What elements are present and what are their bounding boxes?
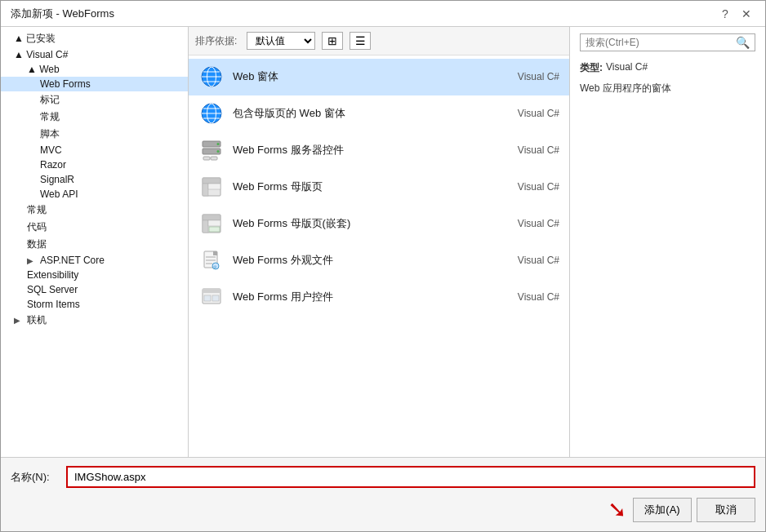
sidebar-item-changgui2[interactable]: 常规 [1, 202, 188, 219]
item-category: Visual C# [518, 181, 559, 193]
svg-rect-26 [213, 251, 217, 255]
type-value: Visual C# [606, 61, 648, 75]
lianwang-arrow: ▶ [14, 316, 27, 325]
masterpage-icon [198, 174, 225, 200]
user-control-icon [198, 284, 225, 310]
type-label: 类型: [580, 61, 603, 75]
svg-rect-23 [208, 220, 220, 226]
add-new-item-dialog: 添加新项 - WebForms ? ✕ ▲ 已安装 ▲ Visual C# ▲ … [0, 0, 766, 532]
sidebar-item-mvc[interactable]: MVC [1, 143, 188, 157]
item-name: Web Forms 母版页(嵌套) [233, 216, 511, 231]
svg-rect-15 [211, 157, 217, 160]
type-row: 类型: Visual C# [580, 61, 755, 75]
web-window-masterpage-icon [198, 100, 225, 126]
svg-rect-22 [203, 220, 208, 233]
sidebar-item-razor[interactable]: Razor [1, 157, 188, 172]
item-name: Web Forms 服务器控件 [233, 143, 511, 157]
sidebar-item-jiaob[interactable]: 脚本 [1, 126, 188, 143]
title-bar: 添加新项 - WebForms ? ✕ [1, 1, 765, 27]
biaoji-label: 标记 [40, 93, 60, 107]
dialog-body: ▲ 已安装 ▲ Visual C# ▲ Web Web Forms 标记 常规 … [1, 27, 765, 457]
svg-rect-17 [203, 178, 220, 184]
web-forms-label: Web Forms [40, 78, 91, 90]
item-name: Web Forms 母版页 [233, 180, 511, 194]
sort-select[interactable]: 默认值 名称 类型 [247, 32, 315, 50]
item-row[interactable]: ⚙ Web Forms 外观文件 Visual C# [189, 242, 569, 279]
item-row[interactable]: Web 窗体 Visual C# [189, 59, 569, 95]
razor-label: Razor [40, 159, 66, 171]
item-row[interactable]: Web Forms 母版页 Visual C# [189, 169, 569, 206]
sidebar-item-aspnetcore[interactable]: ▶ ASP.NET Core [1, 253, 188, 268]
name-row: 名称(N): [11, 466, 755, 488]
dialog-title: 添加新项 - WebForms [11, 7, 114, 21]
content-area: 排序依据: 默认值 名称 类型 ⊞ ☰ [189, 27, 569, 457]
item-name: Web Forms 用户控件 [233, 290, 511, 304]
changgui-label: 常规 [40, 110, 60, 124]
toolbar: 排序依据: 默认值 名称 类型 ⊞ ☰ [189, 27, 569, 55]
sidebar-item-web-forms[interactable]: Web Forms [1, 77, 188, 91]
web-window-icon [198, 64, 225, 90]
sidebar-item-shuju[interactable]: 数据 [1, 236, 188, 253]
item-category: Visual C# [518, 71, 559, 82]
svg-rect-19 [208, 184, 220, 189]
sidebar-item-changgui[interactable]: 常规 [1, 109, 188, 126]
item-name: Web 窗体 [233, 69, 511, 84]
item-row[interactable]: Web Forms 母版页(嵌套) Visual C# [189, 206, 569, 242]
jiaob-label: 脚本 [40, 127, 60, 141]
add-button[interactable]: 添加(A) [633, 498, 692, 522]
search-box: 🔍 [580, 33, 755, 51]
item-category: Visual C# [518, 108, 559, 119]
web-node[interactable]: ▲ Web [1, 62, 188, 77]
close-button[interactable]: ✕ [737, 6, 755, 22]
action-row: ➘ 添加(A) 取消 [11, 496, 755, 523]
masterpage-nested-icon [198, 211, 225, 237]
item-row[interactable]: Web Forms 服务器控件 Visual C# [189, 132, 569, 169]
list-view-button[interactable]: ☰ [350, 32, 371, 50]
visual-csharp-label: ▲ Visual C# [14, 49, 68, 60]
info-panel: 🔍 类型: Visual C# Web 应用程序的窗体 [569, 27, 765, 457]
title-bar-buttons: ? ✕ [716, 6, 755, 22]
sidebar-item-signalr[interactable]: SignalR [1, 172, 188, 187]
mvc-label: MVC [40, 144, 62, 156]
item-category: Visual C# [518, 291, 559, 303]
installed-node[interactable]: ▲ 已安装 [1, 30, 188, 47]
sidebar-item-daima[interactable]: 代码 [1, 219, 188, 236]
svg-point-12 [217, 143, 220, 145]
search-input[interactable] [586, 37, 736, 48]
sidebar-item-storm-items[interactable]: Storm Items [1, 297, 188, 312]
sidebar-item-webapi[interactable]: Web API [1, 187, 188, 202]
skin-file-icon: ⚙ [198, 247, 225, 273]
sidebar-item-biaoji[interactable]: 标记 [1, 91, 188, 109]
web-label: ▲ Web [27, 64, 60, 75]
item-row[interactable]: 包含母版页的 Web 窗体 Visual C# [189, 95, 569, 132]
svg-rect-35 [212, 295, 219, 301]
svg-rect-33 [203, 289, 220, 293]
svg-rect-24 [209, 227, 220, 232]
sidebar: ▲ 已安装 ▲ Visual C# ▲ Web Web Forms 标记 常规 … [1, 27, 189, 457]
svg-rect-34 [204, 295, 211, 301]
cancel-button[interactable]: 取消 [697, 498, 755, 522]
item-row[interactable]: Web Forms 用户控件 Visual C# [189, 279, 569, 316]
webapi-label: Web API [40, 188, 78, 200]
search-icon[interactable]: 🔍 [736, 36, 750, 49]
svg-point-13 [217, 150, 220, 153]
item-category: Visual C# [518, 255, 559, 266]
visual-csharp-node[interactable]: ▲ Visual C# [1, 47, 188, 62]
svg-rect-14 [203, 157, 210, 160]
grid-view-button[interactable]: ⊞ [322, 32, 343, 50]
add-arrow-indicator: ➘ [608, 496, 626, 523]
name-label: 名称(N): [11, 470, 60, 485]
filename-input[interactable] [66, 466, 755, 488]
aspnetcore-arrow: ▶ [27, 256, 40, 265]
installed-label: ▲ 已安装 [14, 32, 56, 46]
help-button[interactable]: ? [716, 6, 734, 22]
signalr-label: SignalR [40, 174, 74, 185]
item-category: Visual C# [518, 144, 559, 156]
server-control-icon [198, 137, 225, 163]
item-name: 包含母版页的 Web 窗体 [233, 106, 511, 121]
sidebar-item-lianwang[interactable]: ▶ 联机 [1, 312, 188, 329]
svg-rect-21 [203, 215, 220, 220]
sidebar-item-sql-server[interactable]: SQL Server [1, 282, 188, 297]
sort-label: 排序依据: [195, 34, 237, 48]
sidebar-item-extensibility[interactable]: Extensibility [1, 268, 188, 282]
